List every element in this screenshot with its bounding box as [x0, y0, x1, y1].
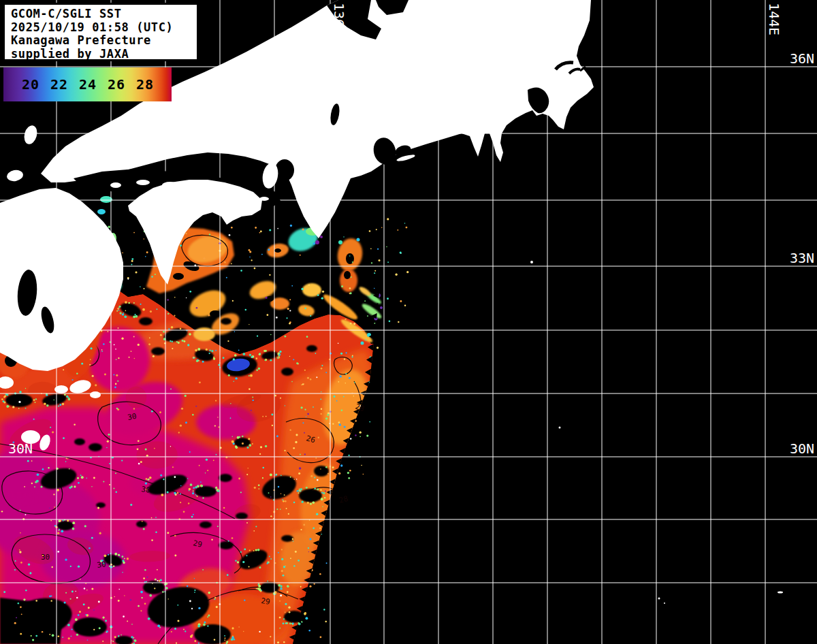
header-box: GCOM-C/SGLI SST 2025/10/19 01:58 (UTC) K… [3, 3, 199, 61]
contour-label: 30 [127, 412, 137, 422]
colorbar-tick-22: 22 [50, 76, 68, 93]
colorbar-tick-24: 24 [79, 76, 97, 93]
lat-label-36n-right: 36N [790, 52, 814, 65]
contour-label: 29 [192, 538, 203, 549]
lat-label-30n-right: 30N [790, 442, 814, 455]
lon-label-136e: 136E [332, 3, 346, 35]
lat-label-33n-right: 33N [790, 251, 814, 265]
colorbar: 2022242628 [3, 67, 172, 101]
colorbar-tick-28: 28 [136, 76, 154, 93]
colorbar-tick-20: 20 [22, 76, 39, 93]
colorbar-tick-26: 26 [108, 76, 125, 93]
region-name: Kanagawa Prefecture [11, 34, 191, 48]
timestamp: 2025/10/19 01:58 (UTC) [11, 21, 191, 35]
contour-label: 30 [41, 553, 50, 562]
lon-label-144e: 144E [767, 3, 781, 35]
lat-label-30n-left: 30N [8, 442, 33, 455]
contour-label: 30 [97, 560, 107, 570]
contour-label: 29 [261, 596, 271, 607]
contour-label: 30 [141, 485, 151, 495]
data-provider: supplied by JAXA [11, 48, 191, 61]
product-title: GCOM-C/SGLI SST [11, 7, 191, 21]
sst-map: 302630303029292828 GCOM-C/SGLI SST 2025/… [0, 0, 817, 644]
